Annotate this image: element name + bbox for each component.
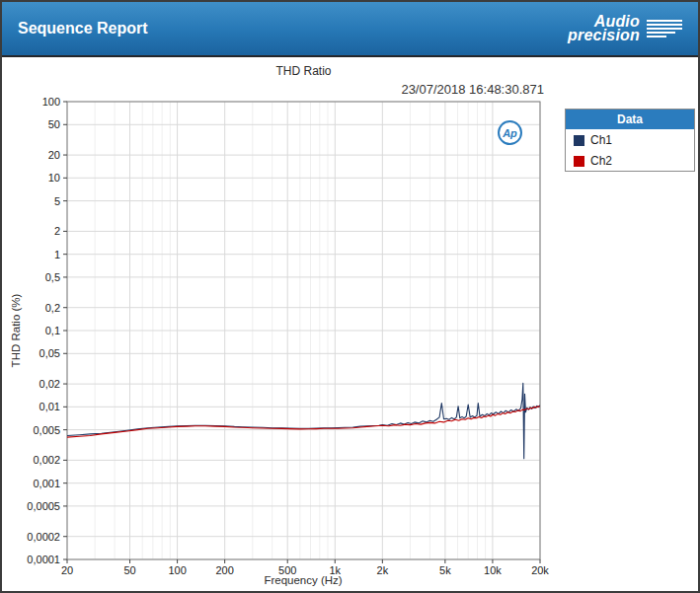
y-tick-label: 0,005: [33, 424, 60, 436]
series-ch2: [67, 407, 540, 437]
legend-item-ch1: Ch1: [566, 129, 694, 150]
chart-title: THD Ratio: [67, 64, 540, 78]
x-tick-label: 100: [168, 564, 186, 576]
legend-swatch-icon: [574, 135, 584, 146]
y-tick-label: 0,01: [39, 401, 60, 412]
y-tick-label: 10: [48, 172, 60, 184]
y-tick-label: 0,05: [39, 347, 60, 359]
x-tick-label: 10k: [484, 564, 502, 576]
y-tick-label: 50: [48, 118, 60, 130]
legend-swatch-icon: [574, 156, 584, 167]
x-tick-label: 50: [123, 564, 135, 576]
x-tick-label: 2k: [377, 564, 389, 576]
y-tick-label: 0,0005: [27, 500, 60, 512]
y-tick-label: 20: [48, 149, 60, 161]
brand-line2: precision: [568, 29, 640, 42]
series-ch1: [67, 383, 540, 459]
legend-label: Ch1: [590, 133, 612, 147]
ap-logo-icon: Ap: [498, 120, 522, 145]
thd-ratio-plot: 20501002005001k2k5k10k20k1005020105210,5…: [2, 2, 700, 593]
y-tick-label: 0,02: [39, 378, 60, 390]
legend-header: Data: [566, 110, 694, 129]
y-tick-label: 100: [42, 96, 60, 108]
legend-item-ch2: Ch2: [566, 150, 694, 171]
brand-text: Audio precision: [568, 15, 640, 42]
x-tick-label: 20k: [531, 564, 549, 576]
y-tick-label: 0,0001: [27, 554, 60, 565]
legend-items: Ch1Ch2: [566, 129, 694, 171]
page-title: Sequence Report: [18, 20, 148, 37]
y-axis-title: THD Ratio (%): [10, 294, 22, 368]
y-tick-label: 0,5: [45, 271, 60, 283]
timestamp: 23/07/2018 16:48:30.871: [401, 82, 544, 97]
y-tick-label: 0,001: [33, 478, 60, 489]
x-tick-label: 5k: [439, 564, 451, 576]
x-tick-label: 200: [215, 564, 233, 576]
legend-panel: Data Ch1Ch2: [565, 109, 695, 172]
legend-label: Ch2: [590, 154, 612, 168]
y-tick-label: 0,002: [33, 454, 60, 466]
y-tick-label: 1: [54, 249, 60, 260]
header-bar: Sequence Report Audio precision: [2, 2, 698, 57]
logo-bars-icon: [647, 20, 682, 37]
x-tick-label: 20: [61, 564, 73, 576]
y-tick-label: 0,1: [45, 325, 60, 336]
plot-border: [67, 102, 540, 559]
y-tick-label: 5: [54, 195, 60, 207]
sequence-report-window: Sequence Report Audio precision 20501002…: [0, 0, 700, 593]
y-tick-label: 2: [54, 225, 60, 237]
y-tick-label: 0,2: [45, 302, 60, 314]
y-tick-label: 0,0002: [27, 531, 60, 543]
audio-precision-logo: Audio precision: [568, 15, 682, 42]
x-axis-title: Frequency (Hz): [264, 574, 342, 586]
